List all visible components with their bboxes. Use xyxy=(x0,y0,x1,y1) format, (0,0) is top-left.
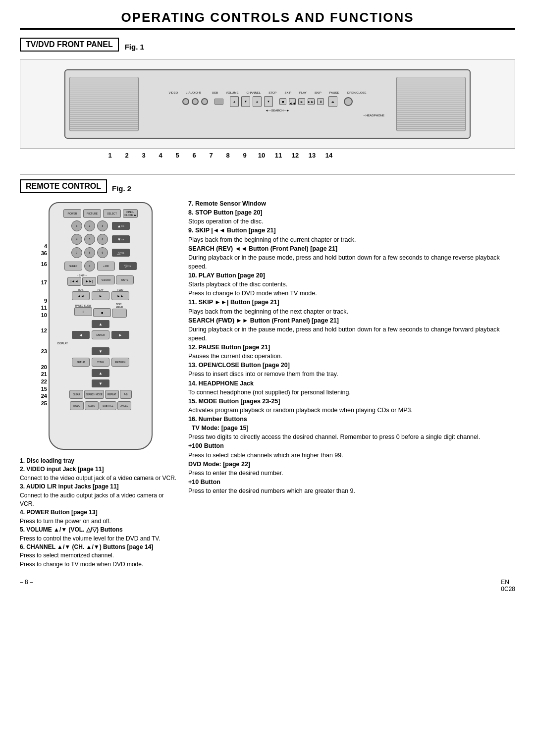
vol-down-btn[interactable]: ▼ xyxy=(241,96,250,107)
num-1-btn[interactable]: 1 xyxy=(71,220,82,231)
display-label: DISPLAY xyxy=(54,342,148,345)
num-7-btn[interactable]: 7 xyxy=(71,247,82,258)
rev-btn[interactable]: ◄◄ xyxy=(72,291,90,300)
audio-btn[interactable]: AUDIO xyxy=(85,401,99,410)
remote-row-clear: CLEAR SEARCH MODE REPEAT A-B xyxy=(54,390,148,399)
num-5-btn[interactable]: 5 xyxy=(84,234,95,245)
front-panel-header: TV/DVD FRONT PANEL xyxy=(20,38,119,52)
ch-up-remote-btn[interactable]: ▲CH. xyxy=(112,222,130,230)
select-btn[interactable]: SELECT xyxy=(103,209,121,218)
nav-up2-btn[interactable]: ▲ xyxy=(92,369,109,377)
clear-btn[interactable]: CLEAR xyxy=(69,390,83,399)
desc-11: 11. SKIP ►►| Button [page 21] Plays back… xyxy=(188,298,515,316)
page-title: OPERATING CONTROLS AND FUNCTIONS xyxy=(20,10,515,30)
num-3-btn[interactable]: 3 xyxy=(97,220,108,231)
remote-row-mode: MODE AUDIO SUBTITLE ANGLE xyxy=(54,401,148,410)
front-panel-diagram: VIDEO L-AUDIO-R USB VOLUME CHANNEL STOP … xyxy=(20,59,515,149)
skip-rev-remote-btn[interactable]: |◄◄ xyxy=(67,277,81,286)
mode-btn[interactable]: MODE xyxy=(70,401,84,410)
skip-fwd-btn[interactable]: ►►| xyxy=(308,98,315,105)
desc-10: 10. PLAY Button [page 20] Starts playbac… xyxy=(188,271,515,298)
pause-remote-btn[interactable]: ⏸ xyxy=(74,307,92,316)
num-14: 14 xyxy=(321,152,337,159)
num-8: 8 xyxy=(219,152,236,159)
title-btn[interactable]: TITLE xyxy=(92,358,109,367)
vol-up-remote-btn[interactable]: △VOL xyxy=(112,249,130,257)
num-3: 3 xyxy=(135,152,152,159)
lbl-9-11-10: 91110 xyxy=(41,297,47,319)
num-8-btn[interactable]: 8 xyxy=(84,247,95,258)
usb-slot xyxy=(214,99,223,105)
remote-title: REMOTE CONTROL xyxy=(26,182,101,191)
label-audio: L-AUDIO-R xyxy=(186,91,201,94)
plus100-btn[interactable]: +100 xyxy=(97,262,115,270)
nav-down2-btn[interactable]: ▼ xyxy=(92,379,109,387)
fwd-btn[interactable]: ►► xyxy=(111,291,129,300)
sleep-btn[interactable]: SLEEP xyxy=(64,262,82,270)
remote-row-nav-mid: ◄ ENTER ► xyxy=(54,330,148,339)
desc-3: 3. AUDIO L/R input Jacks [page 11] Conne… xyxy=(20,483,178,508)
search-mode-btn[interactable]: SEARCH MODE xyxy=(84,390,104,399)
return-btn[interactable]: RETURN xyxy=(111,358,129,367)
repeat-btn[interactable]: REPEAT xyxy=(105,390,119,399)
mute-btn[interactable]: MUTE xyxy=(116,275,134,284)
page-code: EN0C28 xyxy=(501,579,515,593)
num-6: 6 xyxy=(186,152,203,159)
num-2-btn[interactable]: 2 xyxy=(84,220,95,231)
remote-row-setup: SETUP TITLE RETURN xyxy=(54,358,148,367)
play-remote-btn[interactable]: ► xyxy=(92,291,109,300)
picture-btn[interactable]: PICTURE xyxy=(83,209,101,218)
angle-btn[interactable]: ANGLE xyxy=(117,401,131,410)
desc-6: 6. CHANNEL ▲/▼ (CH. ▲/▼) Buttons [page 1… xyxy=(20,543,178,569)
nav-left-btn[interactable]: ◄ xyxy=(72,331,90,339)
vol-up-btn[interactable]: ▲ xyxy=(230,96,239,107)
nav-up-btn[interactable]: ▲ xyxy=(92,320,109,328)
skip-fwd-remote-btn[interactable]: ►►| xyxy=(82,277,96,286)
ch-down-remote-btn[interactable]: ▼CH. xyxy=(112,235,130,243)
desc-14: 14. HEADPHONE Jack To connect headphone … xyxy=(188,379,515,397)
ch-down-btn[interactable]: ▼ xyxy=(264,96,273,107)
ch-up-btn[interactable]: ▲ xyxy=(253,96,262,107)
enter-btn[interactable]: ENTER xyxy=(92,330,109,339)
num-4: 4 xyxy=(152,152,169,159)
desc-search-fwd: SEARCH (FWD) ►► Button (Front Panel) [pa… xyxy=(188,316,515,343)
num-9-btn[interactable]: 9 xyxy=(97,247,108,258)
desc-9: 9. SKIP |◄◄ Button [page 21] Plays back … xyxy=(188,226,515,244)
label-volume: VOLUME xyxy=(226,91,238,94)
open-close-btn[interactable]: ⏏ xyxy=(328,96,337,107)
play-btn[interactable]: ► xyxy=(298,98,305,105)
label-skip2: SKIP xyxy=(315,91,321,94)
vol-down-remote-btn[interactable]: ▽VOL xyxy=(119,262,137,270)
open-close-remote-btn[interactable]: OPEN/CLOSE ⏏ xyxy=(123,209,138,218)
skip-rev-btn[interactable]: |◄◄ xyxy=(289,98,296,105)
stop-col: ■ xyxy=(93,303,111,317)
headphone-label: →HEADPHONE xyxy=(363,114,384,117)
page-bottom: – 8 – EN0C28 xyxy=(20,579,515,593)
num-0-btn[interactable]: 0 xyxy=(84,261,95,271)
nav-right-btn[interactable]: ► xyxy=(111,331,129,339)
label-stop: STOP xyxy=(268,91,276,94)
disc-menu-btn[interactable] xyxy=(112,309,127,318)
desc-12: 12. PAUSE Button [page 21] Pauses the cu… xyxy=(188,343,515,361)
num-4-btn[interactable]: 4 xyxy=(71,234,82,245)
search-label: ◄—SEARCH—► xyxy=(266,109,290,112)
remote-body: POWER PICTURE SELECT OPEN/CLOSE ⏏ 1 2 3 … xyxy=(49,202,153,450)
vsurr-btn[interactable]: V.SURR xyxy=(97,275,115,284)
stop-btn[interactable]: ■ xyxy=(279,98,286,105)
remote-right-desc: 7. Remote Sensor Window 8. STOP Button [… xyxy=(188,179,515,495)
setup-btn[interactable]: SETUP xyxy=(72,358,90,367)
power-btn[interactable]: POWER xyxy=(63,209,81,218)
lbl-12: 12 xyxy=(41,327,47,334)
headphone-jack xyxy=(344,97,353,106)
ab-btn[interactable]: A-B xyxy=(120,390,132,399)
nav-down-btn[interactable]: ▼ xyxy=(92,347,109,355)
jack-audio-r xyxy=(201,98,208,105)
fwd-col: FWD ►► xyxy=(111,288,129,300)
num-6-btn[interactable]: 6 xyxy=(97,234,108,245)
subtitle-btn[interactable]: SUBTITLE xyxy=(100,401,116,410)
stop-remote-btn[interactable]: ■ xyxy=(93,308,111,317)
pause-btn[interactable]: ⏸ xyxy=(317,98,324,105)
disc-menu-col: DISCMENU xyxy=(112,303,127,318)
label-play: PLAY xyxy=(299,91,307,94)
front-panel-section: TV/DVD FRONT PANEL Fig. 1 VIDEO L-AUDIO-… xyxy=(20,38,515,159)
